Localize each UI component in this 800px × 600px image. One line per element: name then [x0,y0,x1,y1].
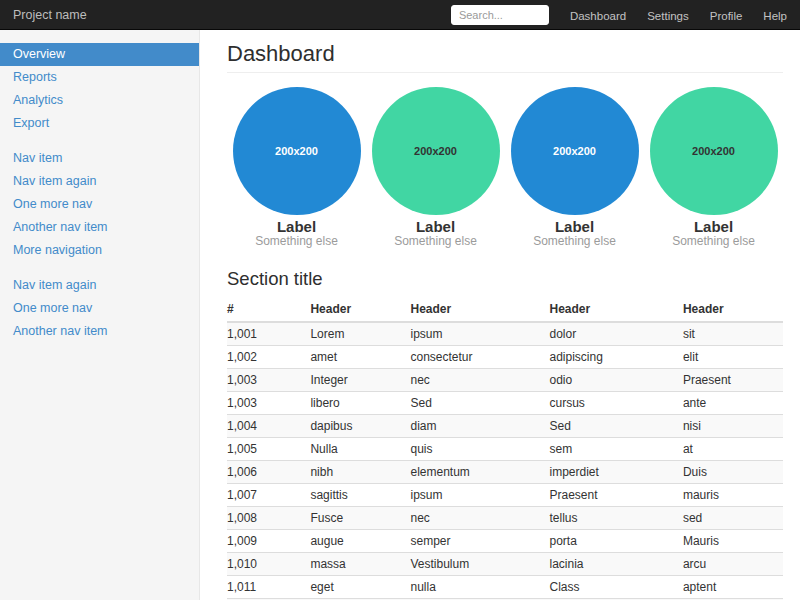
table-cell: cursus [549,391,682,414]
table-row: 1,010massaVestibulumlaciniaarcu [227,552,783,575]
table-header-cell: Header [310,298,410,322]
placeholder-label: Label [227,218,366,235]
sidebar-list-item: Overview [0,43,199,66]
table-cell: 1,005 [227,437,310,460]
sidebar-item-nav-item-again[interactable]: Nav item again [0,274,199,297]
table-cell: at [683,437,783,460]
placeholder-label: Label [644,218,783,235]
sidebar: OverviewReportsAnalyticsExportNav itemNa… [0,30,200,600]
placeholder-col-4: 200x200LabelSomething else [644,87,783,248]
table-cell: 1,008 [227,506,310,529]
table-cell: ante [683,391,783,414]
nav-link-profile[interactable]: Profile [710,10,743,22]
placeholder-image: 200x200 [511,87,639,215]
table-cell: Integer [310,368,410,391]
sidebar-list-item: Analytics [0,89,199,112]
table-cell: dolor [549,322,682,346]
table-cell: augue [310,529,410,552]
table-cell: arcu [683,552,783,575]
table-cell: nec [410,506,549,529]
sidebar-item-reports[interactable]: Reports [0,66,199,89]
sidebar-list-item: More navigation [0,239,199,262]
sidebar-list-item: Nav item again [0,274,199,297]
table-row: 1,005Nullaquissemat [227,437,783,460]
sidebar-list-item: Nav item [0,147,199,170]
nav-item: Dashboard [549,6,626,24]
sidebar-item-one-more-nav[interactable]: One more nav [0,193,199,216]
table-cell: sagittis [310,483,410,506]
nav-link-help[interactable]: Help [763,10,787,22]
table-cell: diam [410,414,549,437]
table-cell: 1,004 [227,414,310,437]
table-cell: semper [410,529,549,552]
table-cell: 1,009 [227,529,310,552]
table-cell: sed [683,506,783,529]
table-cell: eget [310,575,410,598]
sidebar-item-more-navigation[interactable]: More navigation [0,239,199,262]
table-cell: sem [549,437,682,460]
sidebar-item-nav-item-again[interactable]: Nav item again [0,170,199,193]
nav-link-settings[interactable]: Settings [647,10,689,22]
table-cell: libero [310,391,410,414]
placeholder-sublabel: Something else [227,235,366,248]
table-cell: Fusce [310,506,410,529]
table-cell: Sed [410,391,549,414]
table-cell: nec [410,368,549,391]
data-table: #HeaderHeaderHeaderHeader 1,001Loremipsu… [227,298,783,600]
table-cell: nibh [310,460,410,483]
table-row: 1,003liberoSedcursusante [227,391,783,414]
sidebar-list-item: One more nav [0,297,199,320]
table-cell: Nulla [310,437,410,460]
nav-link-dashboard[interactable]: Dashboard [570,10,626,22]
placeholder-sublabel: Something else [644,235,783,248]
table-header-row: #HeaderHeaderHeaderHeader [227,298,783,322]
placeholder-row: 200x200LabelSomething else200x200LabelSo… [227,87,783,248]
table-cell: mauris [683,483,783,506]
table-cell: quis [410,437,549,460]
placeholder-label: Label [366,218,505,235]
table-row: 1,002ametconsecteturadipiscingelit [227,345,783,368]
table-cell: 1,011 [227,575,310,598]
sidebar-item-overview[interactable]: Overview [0,43,199,66]
sidebar-list-item: Another nav item [0,216,199,239]
sidebar-list-item: Reports [0,66,199,89]
table-row: 1,006nibhelementumimperdietDuis [227,460,783,483]
sidebar-list-item: One more nav [0,193,199,216]
sidebar-item-export[interactable]: Export [0,112,199,135]
sidebar-item-one-more-nav[interactable]: One more nav [0,297,199,320]
sidebar-list-item: Export [0,112,199,135]
table-header-cell: Header [410,298,549,322]
table-cell: ipsum [410,483,549,506]
table-cell: 1,007 [227,483,310,506]
table-header-cell: Header [683,298,783,322]
table-cell: Praesent [683,368,783,391]
navbar-links: DashboardSettingsProfileHelp [549,6,787,24]
table-cell: Vestibulum [410,552,549,575]
placeholder-sublabel: Something else [366,235,505,248]
page-title: Dashboard [227,42,783,73]
table-cell: nulla [410,575,549,598]
table-cell: 1,006 [227,460,310,483]
table-row: 1,008Fuscenectellussed [227,506,783,529]
table-cell: massa [310,552,410,575]
table-row: 1,007sagittisipsumPraesentmauris [227,483,783,506]
table-head: #HeaderHeaderHeaderHeader [227,298,783,322]
sidebar-item-analytics[interactable]: Analytics [0,89,199,112]
table-cell: Class [549,575,682,598]
table-cell: Sed [549,414,682,437]
main-content: Dashboard 200x200LabelSomething else200x… [200,30,800,600]
table-cell: 1,001 [227,322,310,346]
placeholder-image: 200x200 [650,87,778,215]
table-cell: porta [549,529,682,552]
table-cell: 1,003 [227,391,310,414]
sidebar-item-another-nav-item[interactable]: Another nav item [0,216,199,239]
table-cell: Duis [683,460,783,483]
sidebar-item-another-nav-item[interactable]: Another nav item [0,320,199,343]
table-cell: lacinia [549,552,682,575]
sidebar-group-2: Nav itemNav item againOne more navAnothe… [0,147,199,262]
search-input[interactable] [451,5,549,25]
table-row: 1,004dapibusdiamSednisi [227,414,783,437]
sidebar-item-nav-item[interactable]: Nav item [0,147,199,170]
placeholder-col-1: 200x200LabelSomething else [227,87,366,248]
placeholder-col-3: 200x200LabelSomething else [505,87,644,248]
